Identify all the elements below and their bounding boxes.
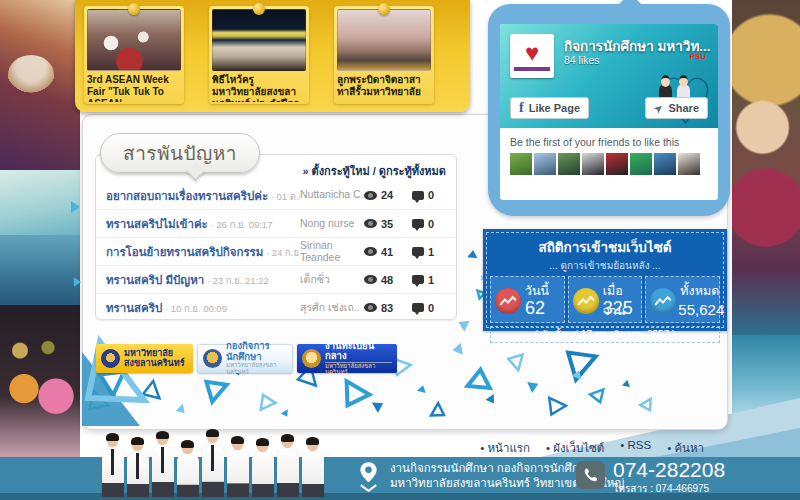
avatar[interactable] [534,153,556,175]
avatar[interactable] [582,153,604,175]
banner-subtitle: มหาวิทยาลัยสงขลานครินทร์ [226,362,287,375]
forum-topic-row[interactable]: ทรานสคริป10 ก.ย. 00:09 สุรศัก เช่งเถ.. 8… [96,293,456,321]
views-count: 24 [381,189,393,201]
facebook-widget-container: ♡ PSU ♥ กิจการนักศึกษา มหาวิท... 84 like… [488,4,730,216]
topic-title[interactable]: การโอนย้ายทรานสคริปกิจกรรม [106,246,263,258]
student-figure [102,435,124,497]
student-figure [227,438,249,497]
banner-subtitle: สงขลานครินทร์ [124,359,185,369]
stat-value: 62 [525,298,545,319]
phone-icon [576,461,605,489]
forum-topic-list: อยากสอบถามเรื่องทรานสคริปค่ะ01 ต.ค. 09:2… [96,181,456,321]
topic-date: 23 ก.ย. 21:22 [204,275,269,286]
topic-author: Sirinan Teandee [300,240,364,262]
location-pin-icon [357,461,380,492]
avatar[interactable] [654,153,676,175]
views-icon [364,275,377,284]
psu-emblem-icon [302,349,321,368]
arrow-triangle-icon [74,277,81,287]
chart-line-icon [573,288,599,314]
topic-date: 24 ก.ย. 10:56 [263,247,300,258]
news-caption[interactable]: ลูกพระบิดาจิตอาสา ทาสีรั้วมหาวิทยาลัย [337,74,431,98]
photo-cultural-parade [0,0,80,170]
facebook-profile-picture[interactable]: ♥ [510,34,554,78]
topic-date: 01 ต.ค. 09:23 [268,191,300,202]
stat-label: ทั้งหมด [680,281,719,301]
forum-topic-row[interactable]: การโอนย้ายทรานสคริปกิจกรรม24 ก.ย. 10:56 … [96,237,456,265]
topic-title[interactable]: ทรานสคริปไม่เข้าค่ะ [106,218,208,230]
forum-new-topic-link[interactable]: » ตั้งกระทู้ใหม่ / ดูกระทู้ทั้งหมด [302,162,446,180]
avatar[interactable] [630,153,652,175]
topic-author: สุรศัก เช่งเถ.. [300,302,364,313]
right-photo-collage [732,0,800,500]
chart-line-icon [650,288,676,314]
footer-link-rss[interactable]: RSS [620,439,651,457]
arrow-triangle-icon [71,201,80,213]
banner-title: งานทะเบียนกลาง [325,341,392,363]
forum-topic-row[interactable]: ทรานสคริป มีปัญหา23 ก.ย. 21:22 เด็กซิ่ว … [96,265,456,293]
avatar[interactable] [558,153,580,175]
stat-value: 55,624 [678,301,724,318]
student-figure [302,439,324,497]
stats-since-note: ( นับตั้งแต่ 17 พฤศจิกายน 2557 ) [490,326,720,343]
topic-author: Nuttanicha C. [300,189,364,200]
forum-topic-row[interactable]: ทรานสคริปไม่เข้าค่ะ26 ก.ย. 09:17 Nong nu… [96,209,456,237]
avatar[interactable] [678,153,700,175]
stat-yesterday: เมื่อวาน 325 [568,276,643,323]
comments-count: 1 [428,274,434,286]
logo-banner [514,67,550,71]
news-card[interactable]: ลูกพระบิดาจิตอาสา ทาสีรั้วมหาวิทยาลัย [334,6,434,104]
facebook-like-page-button[interactable]: f Like Page [510,97,589,119]
footer-link-sitemap[interactable]: ผังเว็บไซต์ [546,439,604,457]
forum-panel: » ตั้งกระทู้ใหม่ / ดูกระทู้ทั้งหมด อยากส… [95,154,457,320]
footer-link-home[interactable]: หน้าแรก [480,439,530,457]
banner-central-registry[interactable]: งานทะเบียนกลางมหาวิทยาลัยสงขลานครินทร์ [297,344,397,373]
avatar[interactable] [510,153,532,175]
photo-teal-wave [732,335,800,457]
topic-title[interactable]: ทรานสคริป มีปัญหา [106,274,204,286]
facebook-share-button[interactable]: ➤ Share [645,97,708,119]
banner-student-affairs-division[interactable]: กองกิจการนักศึกษามหาวิทยาลัยสงขลานครินทร… [197,344,293,373]
banner-title: กองกิจการนักศึกษา [226,341,287,362]
facebook-like-count: 84 likes [564,54,600,66]
stats-history-link[interactable]: ... ดูการเข้าชมย้อนหลัง ... [489,258,721,273]
student-figure [152,433,174,497]
stat-value: 325 [603,298,633,319]
news-caption[interactable]: 3rd ASEAN Week Fair "Tuk Tuk To ASEAN [87,74,181,102]
chart-line-icon [495,288,521,314]
footer-contact: 074-282208 โทรสาร : 074-466975 [613,458,725,496]
comments-count: 1 [428,246,434,258]
news-thumbnail-asean-fair[interactable] [87,9,181,71]
topic-title[interactable]: ทรานสคริป [106,302,162,314]
views-count: 48 [381,274,393,286]
news-card[interactable]: พิธีไหว้ครู มหาวิทยาลัยสงขลานครินทร์ ประ… [209,6,309,104]
views-icon [364,219,377,228]
photo-blue-band [0,235,80,305]
photo-performers [0,305,80,457]
forum-topic-row[interactable]: อยากสอบถามเรื่องทรานสคริปค่ะ01 ต.ค. 09:2… [96,181,456,209]
page: 3rd ASEAN Week Fair "Tuk Tuk To ASEAN พิ… [0,0,800,500]
news-thumbnail-volunteer-painting[interactable] [337,9,431,71]
photo-thai-dancer [732,0,800,335]
stats-title: สถิติการเข้าชมเว็บไซต์ [489,236,721,258]
like-page-label: Like Page [529,102,580,114]
visitor-stats-panel: สถิติการเข้าชมเว็บไซต์ ... ดูการเข้าชมย้… [483,229,727,331]
avatar[interactable] [606,153,628,175]
photo-wave-band [0,170,80,235]
news-caption[interactable]: พิธีไหว้ครู มหาวิทยาลัยสงขลานครินทร์ ประ… [212,74,306,102]
student-figure [127,439,149,497]
left-photo-collage [0,0,80,500]
comments-count: 0 [428,218,434,230]
topic-title[interactable]: อยากสอบถามเรื่องทรานสคริปค่ะ [106,190,268,202]
footer-link-search[interactable]: ค้นหา [667,439,704,457]
news-thumbnail-waikru-ceremony[interactable] [212,9,306,71]
banner-subtitle: มหาวิทยาลัยสงขลานครินทร์ [325,363,392,376]
news-card[interactable]: 3rd ASEAN Week Fair "Tuk Tuk To ASEAN [84,6,184,104]
banner-psu-university[interactable]: มหาวิทยาลัยสงขลานครินทร์ [96,344,193,373]
heart-logo-icon: ♥ [525,41,539,65]
share-arrow-icon: ➤ [651,100,666,116]
comments-icon [412,191,424,200]
share-label: Share [668,102,699,114]
news-panel: 3rd ASEAN Week Fair "Tuk Tuk To ASEAN พิ… [75,0,470,112]
comments-icon [412,275,424,284]
